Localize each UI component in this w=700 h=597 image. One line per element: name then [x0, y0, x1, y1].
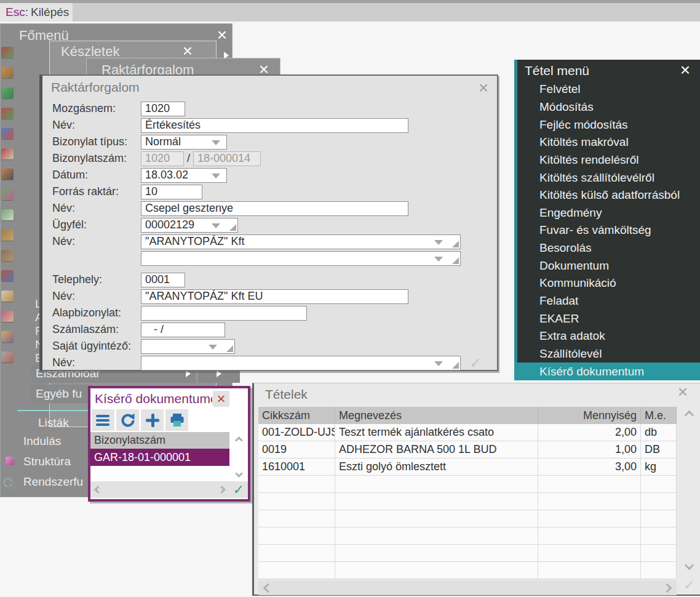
column-header-me[interactable]: M.e.: [641, 407, 677, 424]
datum-dropdown[interactable]: 18.03.02: [141, 168, 227, 183]
scroll-right-icon[interactable]: [218, 486, 226, 494]
tetel-menu-item[interactable]: Módosítás: [517, 98, 700, 116]
column-header-cikkszam[interactable]: Cikkszám: [258, 407, 335, 424]
sidebar-icon-basket[interactable]: [1, 47, 14, 58]
tetel-menu-item[interactable]: Kísérő dokumentum: [514, 363, 700, 380]
sidebar-icon-board[interactable]: [1, 169, 14, 180]
fomenu-item-rendszerfunkciok[interactable]: Rendszerfu: [23, 475, 83, 489]
cell-mennyiseg: 2,00: [538, 424, 641, 441]
nev5-combo[interactable]: [141, 356, 461, 371]
scroll-right-icon[interactable]: [662, 583, 672, 593]
cell-me: [641, 510, 677, 527]
confirm-check-icon[interactable]: ✓: [684, 577, 695, 593]
mozgasnem-input[interactable]: 1020: [141, 102, 185, 116]
form-close-icon[interactable]: ×: [479, 78, 488, 98]
alapbizonylat-input[interactable]: [141, 306, 307, 321]
scroll-left-icon[interactable]: [94, 486, 102, 494]
tetel-menu-item[interactable]: Szállítólevél: [517, 345, 700, 363]
fomenu-item-struktura[interactable]: Struktúra: [23, 455, 71, 468]
table-row[interactable]: [258, 527, 677, 545]
tetel-menu-item[interactable]: Kitöltés makróval: [517, 134, 700, 151]
tetel-menu-item[interactable]: Besorolás: [517, 239, 700, 257]
cell-cikkszam: [258, 510, 335, 527]
sidebar-icon-cube-puzzle[interactable]: [1, 331, 14, 342]
tetel-menu-close-icon[interactable]: ×: [677, 63, 694, 79]
tetel-menu-item[interactable]: EKAER: [517, 310, 700, 327]
sidebar-icon-documents[interactable]: [1, 209, 14, 220]
nev2-input[interactable]: Csepel gesztenye: [141, 201, 408, 216]
ok-check-button[interactable]: ✓: [229, 481, 248, 498]
horizontal-scrollbar[interactable]: [90, 481, 229, 498]
nev3-combo[interactable]: "ARANYTOPÁZ" Kft: [141, 234, 461, 249]
horizontal-scrollbar[interactable]: [258, 580, 677, 595]
telephely-input[interactable]: 0001: [141, 273, 185, 287]
tetel-menu-item[interactable]: Feladat: [517, 292, 700, 310]
sidebar-icon-produce[interactable]: [1, 87, 14, 98]
tetel-menu-item[interactable]: Kitöltés rendelésről: [517, 151, 700, 169]
forras-raktar-input[interactable]: 10: [141, 185, 202, 199]
dropdown-arrow-icon: [434, 240, 443, 245]
scroll-up-icon[interactable]: [685, 411, 694, 420]
column-header-mennyiseg[interactable]: Mennyiség: [538, 407, 641, 424]
sidebar-icon-package[interactable]: [1, 230, 14, 241]
scroll-up-icon[interactable]: [235, 436, 243, 444]
tetel-menu-item[interactable]: Felvétel: [517, 81, 700, 98]
tetel-menu-item[interactable]: Dokumentum: [517, 257, 700, 274]
table-row[interactable]: [258, 545, 677, 562]
sidebar-icon-books[interactable]: [1, 250, 14, 261]
kisero-close-icon[interactable]: ×: [213, 391, 229, 407]
tetel-menu-item[interactable]: Fejléc módosítás: [517, 116, 700, 134]
document-row[interactable]: GAR-18-01-000001: [90, 449, 248, 466]
table-row[interactable]: [258, 510, 677, 527]
table-row[interactable]: [258, 562, 677, 579]
menu-button[interactable]: [92, 409, 114, 431]
cell-megnevezes: [335, 510, 538, 527]
print-button[interactable]: [165, 409, 188, 431]
tetel-menu-item[interactable]: Kitöltés szállítólevélről: [517, 169, 700, 186]
sidebar-icon-barchart[interactable]: [1, 189, 14, 200]
nev1-input[interactable]: Értékesítés: [141, 118, 408, 133]
column-header-megnevezes[interactable]: Megnevezés: [335, 407, 538, 424]
table-row[interactable]: [258, 493, 677, 510]
confirm-check-icon[interactable]: ✓: [469, 355, 482, 372]
sidebar-icon-house[interactable]: [1, 270, 14, 281]
sidebar-icon-people[interactable]: [1, 311, 14, 322]
tetel-menu-item[interactable]: Fuvar- és vámköltség: [517, 222, 700, 239]
menu-item-listak[interactable]: Listák: [38, 416, 69, 430]
tetel-menu-item[interactable]: Kitöltés külső adatforrásból: [517, 186, 700, 204]
dropdown-arrow-icon: [212, 140, 220, 145]
table-row[interactable]: 001-ZOLD-UJSAG Teszt termék ajánlatkérés…: [258, 424, 677, 441]
nev3b-combo[interactable]: [141, 251, 461, 266]
sajat-ugyintezo-combo[interactable]: [141, 339, 235, 354]
browse-corner-icon: [229, 224, 236, 231]
sidebar-icon-tools[interactable]: [1, 351, 14, 363]
dropdown-arrow-icon: [212, 174, 220, 178]
bizonylat-tipus-dropdown[interactable]: Normál: [141, 135, 227, 150]
table-row[interactable]: [258, 476, 677, 493]
scroll-down-icon[interactable]: [685, 561, 694, 571]
tetel-menu-item[interactable]: Extra adatok: [517, 327, 700, 345]
szamlaszam-input[interactable]: - /: [141, 323, 225, 337]
tetelek-close-icon[interactable]: ×: [674, 385, 691, 401]
table-row[interactable]: 0019 ADHEZOR BARNA 500 1L BUD 1,00 DB: [258, 441, 677, 459]
fomenu-item-indulas[interactable]: Indulás: [23, 435, 61, 448]
menu-item-egyeb-funkciok[interactable]: Egyéb fu: [31, 385, 92, 403]
tetel-menu-item[interactable]: Engedmény: [517, 204, 700, 222]
add-button[interactable]: [141, 409, 164, 431]
column-header-bizonylatszam[interactable]: Bizonylatszám: [90, 432, 229, 449]
table-row[interactable]: 1610001 Eszti golyó ömlesztett 3,00 kg: [258, 459, 677, 476]
sidebar-icon-mail[interactable]: [1, 290, 14, 302]
cell-me: db: [641, 424, 677, 441]
sidebar-icon-tokens[interactable]: [1, 108, 14, 119]
esc-exit-tab[interactable]: Esc:Kilépés: [0, 3, 73, 22]
nev4-input[interactable]: "ARANYTOPÁZ" Kft EU: [141, 289, 408, 304]
sidebar-icon-tray[interactable]: [1, 148, 14, 159]
ugyfel-combo[interactable]: 00002129: [141, 218, 238, 233]
sidebar-icon-chart[interactable]: [1, 128, 14, 139]
tetel-menu-item[interactable]: Kommunikáció: [517, 274, 700, 292]
scroll-left-icon[interactable]: [263, 583, 273, 593]
sidebar-icon-cart[interactable]: [1, 67, 14, 78]
field-label: Forrás raktár:: [42, 185, 141, 198]
scroll-down-icon[interactable]: [235, 470, 243, 478]
refresh-button[interactable]: [116, 409, 139, 431]
